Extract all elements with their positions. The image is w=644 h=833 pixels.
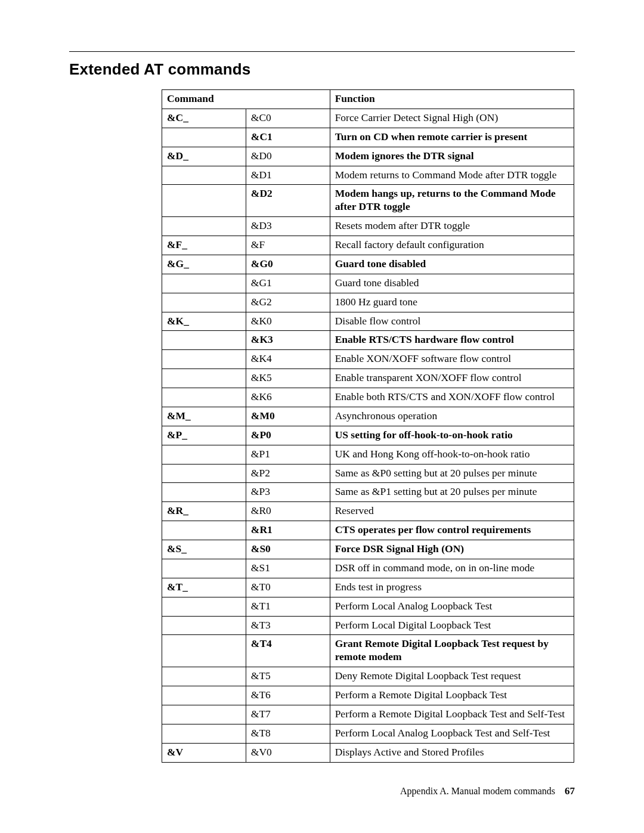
cell-function: Reserved [330, 502, 574, 521]
cell-group [162, 166, 246, 185]
cell-group: &R_ [162, 502, 246, 521]
cell-group [162, 724, 246, 743]
table-row: &S_&S0Force DSR Signal High (ON) [162, 540, 574, 559]
cell-command: &T5 [246, 667, 330, 686]
cell-command: &R0 [246, 502, 330, 521]
cell-function: Disable flow control [330, 312, 574, 331]
cell-function: Ends test in progress [330, 578, 574, 597]
cell-function: Perform a Remote Digital Loopback Test a… [330, 705, 574, 724]
commands-table: Command Function &C_&C0Force Carrier Det… [162, 89, 574, 763]
cell-group: &D_ [162, 147, 246, 166]
table-row: &F_&FRecall factory default configuratio… [162, 236, 574, 255]
cell-command: &P2 [246, 464, 330, 483]
table-row: &T7Perform a Remote Digital Loopback Tes… [162, 705, 574, 724]
header-command: Command [162, 90, 330, 109]
cell-group [162, 559, 246, 578]
cell-command: &T6 [246, 686, 330, 705]
table-row: &D_&D0Modem ignores the DTR signal [162, 147, 574, 166]
cell-command: &R1 [246, 521, 330, 540]
cell-group: &K_ [162, 312, 246, 331]
cell-function: Recall factory default configuration [330, 236, 574, 255]
cell-group [162, 464, 246, 483]
table-row: &T8Perform Local Analog Loopback Test an… [162, 724, 574, 743]
table-row: &T6Perform a Remote Digital Loopback Tes… [162, 686, 574, 705]
cell-command: &T8 [246, 724, 330, 743]
cell-function: Asynchronous operation [330, 407, 574, 426]
page-content: Extended AT commands Command Function &C… [0, 0, 644, 763]
cell-group [162, 274, 246, 293]
cell-command: &M0 [246, 407, 330, 426]
cell-function: Modem ignores the DTR signal [330, 147, 574, 166]
table-body: &C_&C0Force Carrier Detect Signal High (… [162, 109, 574, 762]
table-row: &K6Enable both RTS/CTS and XON/XOFF flow… [162, 388, 574, 407]
cell-command: &T0 [246, 578, 330, 597]
cell-group [162, 445, 246, 464]
cell-function: Enable XON/XOFF software flow control [330, 350, 574, 369]
cell-group [162, 635, 246, 667]
cell-group: &C_ [162, 109, 246, 128]
cell-function: Same as &P1 setting but at 20 pulses per… [330, 483, 574, 502]
cell-command: &P1 [246, 445, 330, 464]
table-row: &P1UK and Hong Kong off-hook-to-on-hook … [162, 445, 574, 464]
cell-function: Enable both RTS/CTS and XON/XOFF flow co… [330, 388, 574, 407]
table-row: &D2Modem hangs up, returns to the Comman… [162, 185, 574, 217]
table-row: &S1DSR off in command mode, on in on-lin… [162, 559, 574, 578]
cell-command: &G1 [246, 274, 330, 293]
cell-command: &K0 [246, 312, 330, 331]
table-header-row: Command Function [162, 90, 574, 109]
cell-function: Turn on CD when remote carrier is presen… [330, 128, 574, 147]
cell-function: Modem hangs up, returns to the Command M… [330, 185, 574, 217]
cell-command: &D0 [246, 147, 330, 166]
cell-group [162, 705, 246, 724]
cell-function: Perform a Remote Digital Loopback Test [330, 686, 574, 705]
table-row: &D1Modem returns to Command Mode after D… [162, 166, 574, 185]
cell-command: &F [246, 236, 330, 255]
cell-group [162, 686, 246, 705]
cell-function: Resets modem after DTR toggle [330, 217, 574, 236]
cell-group: &T_ [162, 578, 246, 597]
cell-function: Perform Local Analog Loopback Test [330, 597, 574, 616]
table-row: &G21800 Hz guard tone [162, 293, 574, 312]
cell-function: UK and Hong Kong off-hook-to-on-hook rat… [330, 445, 574, 464]
table-row: &G1Guard tone disabled [162, 274, 574, 293]
cell-group [162, 128, 246, 147]
cell-command: &G2 [246, 293, 330, 312]
cell-group [162, 616, 246, 635]
table-row: &M_&M0Asynchronous operation [162, 407, 574, 426]
commands-table-wrap: Command Function &C_&C0Force Carrier Det… [162, 89, 574, 763]
cell-group [162, 369, 246, 388]
cell-command: &S1 [246, 559, 330, 578]
footer-page-number: 67 [565, 785, 575, 797]
cell-command: &D2 [246, 185, 330, 217]
cell-command: &D3 [246, 217, 330, 236]
header-function: Function [330, 90, 574, 109]
page-footer: Appendix A. Manual modem commands 67 [0, 785, 644, 797]
footer-appendix: Appendix A. Manual modem commands [400, 786, 562, 796]
cell-command: &V0 [246, 743, 330, 762]
cell-function: Enable RTS/CTS hardware flow control [330, 331, 574, 350]
table-row: &V&V0Displays Active and Stored Profiles [162, 743, 574, 762]
table-row: &R1CTS operates per flow control require… [162, 521, 574, 540]
cell-function: Guard tone disabled [330, 255, 574, 274]
cell-group [162, 483, 246, 502]
cell-command: &K6 [246, 388, 330, 407]
cell-group [162, 217, 246, 236]
table-row: &C1Turn on CD when remote carrier is pre… [162, 128, 574, 147]
cell-group: &M_ [162, 407, 246, 426]
horizontal-rule [69, 51, 575, 52]
cell-group [162, 185, 246, 217]
cell-group: &P_ [162, 426, 246, 445]
cell-command: &P3 [246, 483, 330, 502]
cell-function: DSR off in command mode, on in on-line m… [330, 559, 574, 578]
section-title: Extended AT commands [69, 60, 575, 79]
table-row: &C_&C0Force Carrier Detect Signal High (… [162, 109, 574, 128]
cell-command: &C0 [246, 109, 330, 128]
cell-function: 1800 Hz guard tone [330, 293, 574, 312]
table-row: &K_&K0Disable flow control [162, 312, 574, 331]
table-row: &T3Perform Local Digital Loopback Test [162, 616, 574, 635]
table-row: &R_&R0Reserved [162, 502, 574, 521]
cell-command: &D1 [246, 166, 330, 185]
cell-group [162, 331, 246, 350]
cell-group [162, 521, 246, 540]
cell-function: Enable transparent XON/XOFF flow control [330, 369, 574, 388]
